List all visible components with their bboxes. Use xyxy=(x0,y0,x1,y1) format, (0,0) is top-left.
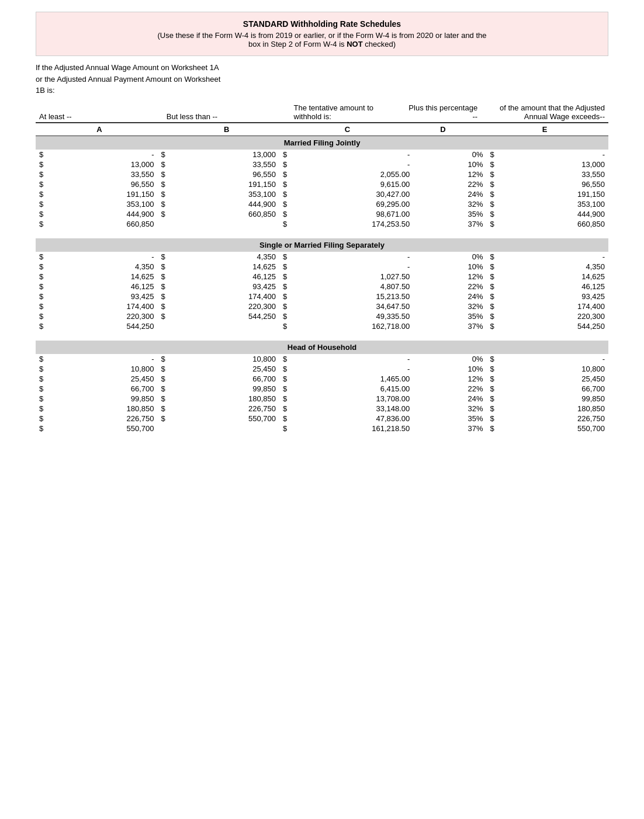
col-a-val-1-5: 174,400 xyxy=(60,301,158,311)
col-c-dollar-1-4: $ xyxy=(279,291,304,301)
col-a-val-1-1: 4,350 xyxy=(60,262,158,272)
col-c-dollar-2-5: $ xyxy=(279,404,304,414)
col-e-val-0-4: 191,150 xyxy=(511,189,608,199)
col-e-dollar-0-7: $ xyxy=(486,219,511,229)
col-a-val-2-4: 99,850 xyxy=(60,394,158,404)
data-row-0-3: $96,550$191,150$9,615.0022%$96,550 xyxy=(36,179,608,189)
data-row-1-6: $220,300$544,250$49,335.5035%$220,300 xyxy=(36,311,608,321)
col-b-val-1-0: 4,350 xyxy=(182,252,279,262)
page-container: STANDARD Withholding Rate Schedules (Use… xyxy=(36,12,608,433)
col-b-val-0-2: 96,550 xyxy=(182,169,279,179)
col-b-val-0-5: 444,900 xyxy=(182,199,279,209)
col-b-dollar-2-7 xyxy=(158,424,182,433)
section-table-0: Married Filing Jointly$-$13,000$-0%$-$13… xyxy=(36,136,608,229)
col-a-dollar-2-2: $ xyxy=(36,374,60,384)
col-e-dollar-1-0: $ xyxy=(486,252,511,262)
section-table-2: Head of Household$-$10,800$-0%$-$10,800$… xyxy=(36,341,608,433)
col-b-val-1-3: 93,425 xyxy=(182,282,279,291)
col-a-dollar-2-7: $ xyxy=(36,424,60,433)
col-b-dollar-2-5: $ xyxy=(158,404,182,414)
col-a-val-0-3: 96,550 xyxy=(60,179,158,189)
col-b-dollar-0-6: $ xyxy=(158,209,182,219)
col-a-val-1-0: - xyxy=(60,252,158,262)
col-a-dollar-0-4: $ xyxy=(36,189,60,199)
intro-text: If the Adjusted Annual Wage Amount on Wo… xyxy=(36,62,223,96)
col-e-dollar-1-4: $ xyxy=(486,291,511,301)
data-row-2-0: $-$10,800$-0%$- xyxy=(36,354,608,364)
col-c-val-2-0: - xyxy=(304,354,414,364)
col-c-header: The tentative amount to withhold is: xyxy=(290,102,405,123)
col-b-val-0-6: 660,850 xyxy=(182,209,279,219)
col-e-val-2-6: 226,750 xyxy=(511,414,608,424)
col-b-val-1-6: 544,250 xyxy=(182,311,279,321)
col-a-dollar-0-2: $ xyxy=(36,169,60,179)
col-c-dollar-1-0: $ xyxy=(279,252,304,262)
col-e-val-0-0: - xyxy=(511,150,608,159)
col-a-dollar-1-5: $ xyxy=(36,301,60,311)
col-d-val-1-6: 35% xyxy=(413,311,486,321)
header-box: STANDARD Withholding Rate Schedules (Use… xyxy=(36,12,608,56)
col-e-dollar-0-5: $ xyxy=(486,199,511,209)
col-e-dollar-1-5: $ xyxy=(486,301,511,311)
col-c-dollar-1-7: $ xyxy=(279,321,304,331)
col-d-val-1-5: 32% xyxy=(413,301,486,311)
col-a-val-2-3: 66,700 xyxy=(60,384,158,394)
col-e-val-0-2: 33,550 xyxy=(511,169,608,179)
col-c-dollar-0-5: $ xyxy=(279,199,304,209)
col-e-val-2-7: 550,700 xyxy=(511,424,608,433)
col-a-dollar-1-0: $ xyxy=(36,252,60,262)
col-c-dollar-1-2: $ xyxy=(279,272,304,282)
col-b-dollar-1-6: $ xyxy=(158,311,182,321)
col-e-dollar-1-1: $ xyxy=(486,262,511,272)
col-d-val-0-4: 24% xyxy=(413,189,486,199)
data-row-2-3: $66,700$99,850$6,415.0022%$66,700 xyxy=(36,384,608,394)
col-c-dollar-2-3: $ xyxy=(279,384,304,394)
col-e-dollar-0-3: $ xyxy=(486,179,511,189)
col-a-dollar-1-1: $ xyxy=(36,262,60,272)
col-b-val-0-4: 353,100 xyxy=(182,189,279,199)
col-a-val-2-2: 25,450 xyxy=(60,374,158,384)
col-c-val-1-2: 1,027.50 xyxy=(304,272,414,282)
col-c-val-1-1: - xyxy=(304,262,414,272)
col-d-val-1-3: 22% xyxy=(413,282,486,291)
col-b-dollar-2-2: $ xyxy=(158,374,182,384)
col-e-dollar-0-0: $ xyxy=(486,150,511,159)
col-e-dollar-2-7: $ xyxy=(486,424,511,433)
col-c-val-0-1: - xyxy=(304,159,414,169)
col-c-val-1-6: 49,335.50 xyxy=(304,311,414,321)
col-c-dollar-1-6: $ xyxy=(279,311,304,321)
col-c-val-1-3: 4,807.50 xyxy=(304,282,414,291)
col-c-dollar-2-7: $ xyxy=(279,424,304,433)
col-e-val-0-3: 96,550 xyxy=(511,179,608,189)
col-a-val-2-6: 226,750 xyxy=(60,414,158,424)
col-b-val-1-2: 46,125 xyxy=(182,272,279,282)
main-table: At least -- But less than -- The tentati… xyxy=(36,102,608,136)
col-b-val-2-3: 99,850 xyxy=(182,384,279,394)
col-b-dollar-2-3: $ xyxy=(158,384,182,394)
col-a-val-0-0: - xyxy=(60,150,158,159)
col-c-dollar-0-0: $ xyxy=(279,150,304,159)
col-a-val-0-5: 353,100 xyxy=(60,199,158,209)
col-a-dollar-0-0: $ xyxy=(36,150,60,159)
col-e-dollar-1-2: $ xyxy=(486,272,511,282)
col-a-dollar-1-2: $ xyxy=(36,272,60,282)
col-e-val-1-5: 174,400 xyxy=(511,301,608,311)
sections-container: Married Filing Jointly$-$13,000$-0%$-$13… xyxy=(36,136,608,433)
col-b-val-0-1: 33,550 xyxy=(182,159,279,169)
col-e-val-1-1: 4,350 xyxy=(511,262,608,272)
col-c-val-1-0: - xyxy=(304,252,414,262)
col-a-val-2-7: 550,700 xyxy=(60,424,158,433)
col-c-dollar-0-1: $ xyxy=(279,159,304,169)
col-d-val-1-2: 12% xyxy=(413,272,486,282)
col-b-val-0-0: 13,000 xyxy=(182,150,279,159)
col-d-val-2-7: 37% xyxy=(413,424,486,433)
col-e-dollar-0-2: $ xyxy=(486,169,511,179)
col-e-val-2-5: 180,850 xyxy=(511,404,608,414)
col-e-val-0-6: 444,900 xyxy=(511,209,608,219)
col-b-dollar-2-6: $ xyxy=(158,414,182,424)
col-b-dollar-1-5: $ xyxy=(158,301,182,311)
col-b-dollar-1-2: $ xyxy=(158,272,182,282)
col-b-dollar-1-7 xyxy=(158,321,182,331)
section-header-1: Single or Married Filing Separately xyxy=(36,238,608,252)
col-c-dollar-1-5: $ xyxy=(279,301,304,311)
